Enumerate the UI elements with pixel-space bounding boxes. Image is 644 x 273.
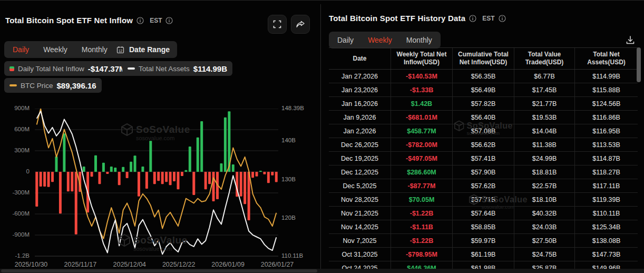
chart-plot[interactable] (35, 109, 278, 257)
value-cell: $61.19B (452, 248, 514, 261)
date-cell: Jan 27,2026 (329, 70, 391, 83)
x-axis-tick: 2025/12/22 (162, 261, 196, 268)
value-cell: $56.35B (452, 70, 514, 83)
value-cell: $113.53B (574, 138, 638, 151)
table-row[interactable]: Jan 9,2026-$681.01M$56.40B$19.53B$116.86… (329, 111, 638, 124)
info-icon[interactable] (469, 15, 476, 22)
value-cell: $118.27B (574, 165, 638, 179)
date-range-button[interactable]: 12 Date Range (109, 41, 177, 58)
share-button[interactable] (291, 15, 310, 34)
value-cell: $24.03B (514, 220, 574, 233)
table-tab-daily[interactable]: Daily (337, 36, 354, 44)
chart-tab-daily[interactable]: Daily (13, 45, 29, 54)
right-axis-tick: 120B (281, 214, 296, 221)
combo-chart[interactable]: 900M600M300M0-300M-600M-900M-1.2B148.39B… (0, 103, 320, 273)
right-axis-tick: 148.39B (281, 105, 304, 111)
legend-daily-inflow[interactable]: Daily Total Net Inflow -$147.37M (4, 61, 131, 76)
panel-divider (320, 4, 321, 269)
value-cell: $57.08B (452, 124, 514, 138)
table-tab-monthly[interactable]: Monthly (406, 36, 432, 44)
value-cell: -$140.53M (391, 70, 452, 83)
value-cell: $56.40B (452, 111, 514, 124)
y-axis-tick: -1.2B (0, 252, 30, 259)
value-cell: $17.45B (514, 83, 574, 96)
horizontal-scrollbar-thumb[interactable] (1, 269, 317, 272)
timezone-label: EST (482, 15, 494, 22)
value-cell: $18.81B (514, 165, 574, 179)
y-axis-tick: 300M (0, 147, 30, 153)
info-icon[interactable] (499, 15, 506, 22)
value-cell: $458.77M (391, 124, 452, 138)
value-cell: $24.75B (514, 248, 574, 261)
chart-tab-weekly[interactable]: Weekly (43, 45, 67, 54)
value-cell: $147.73B (574, 248, 638, 261)
value-cell: $70.05M (391, 193, 452, 206)
date-cell: Nov 28,2025 (329, 193, 391, 206)
value-cell: $56.49B (452, 83, 514, 96)
date-cell: Nov 21,2025 (329, 207, 391, 220)
date-cell: Jan 2,2026 (329, 124, 391, 138)
x-axis-tick: 2026/01/27 (261, 261, 294, 268)
fullscreen-button[interactable] (268, 15, 287, 34)
table-row[interactable]: Jan 2,2026$458.77M$57.08B$14.04B$116.95B (329, 124, 638, 138)
value-cell: $114.99B (574, 70, 638, 83)
value-cell: $57.41B (452, 152, 514, 165)
table-row[interactable]: Nov 14,2025-$1.11B$58.85B$24.03B$125.34B (329, 220, 638, 234)
table-vertical-scrollbar[interactable] (637, 47, 641, 82)
table-row[interactable]: Jan 27,2026-$140.53M$56.35B$6.77B$114.99… (329, 70, 638, 83)
y-axis-tick: -300M (0, 189, 30, 196)
column-header: Total Value Traded(USD) (514, 48, 574, 69)
chart-panel-title: Total Bitcoin Spot ETF Net Inflow (5, 16, 133, 25)
value-cell: -$1.33B (391, 83, 452, 96)
chart-period-tabs: DailyWeeklyMonthly (4, 41, 116, 58)
date-cell: Jan 9,2026 (329, 111, 391, 124)
value-cell: $18.10B (514, 193, 574, 206)
table-row[interactable]: Jan 16,2026$1.42B$57.82B$21.77B$124.56B (329, 97, 638, 111)
x-axis-tick: 2025/11/17 (64, 261, 97, 268)
table-row[interactable]: Jan 23,2026-$1.33B$56.49B$17.45B$115.88B (329, 83, 638, 97)
value-cell: $116.86B (574, 111, 638, 124)
horizontal-scrollbar-track[interactable] (0, 269, 644, 273)
table-tab-weekly[interactable]: Weekly (368, 36, 392, 44)
inflow-swatch-icon (9, 66, 14, 71)
x-axis-tick: 2026/01/09 (211, 261, 245, 268)
history-table: DateWeekly Total Net Inflow(USD)Cumulati… (329, 47, 638, 271)
legend-btc-price[interactable]: BTC Price $89,396.16 (4, 78, 102, 93)
table-row[interactable]: Dec 12,2025$286.60M$57.90B$18.81B$118.27… (329, 165, 638, 179)
value-cell: -$1.22B (391, 234, 452, 247)
table-row[interactable]: Dec 5,2025-$87.77M$57.62B$22.57B$117.11B (329, 179, 638, 193)
info-icon[interactable] (136, 17, 144, 24)
btc-swatch-icon (9, 84, 17, 86)
value-cell: -$1.11B (391, 220, 452, 233)
column-header: Cumulative Total Net Inflow(USD) (452, 48, 514, 69)
value-cell: $119.39B (574, 193, 638, 206)
value-cell: $24.99B (514, 152, 574, 165)
table-row[interactable]: Dec 19,2025-$497.05M$57.41B$24.99B$114.8… (329, 152, 638, 165)
y-axis-tick: 0 (0, 168, 30, 174)
table-row[interactable]: Nov 28,2025$70.05M$57.71B$18.10B$119.39B (329, 193, 638, 207)
date-cell: Dec 19,2025 (329, 152, 391, 165)
chart-tab-monthly[interactable]: Monthly (82, 45, 108, 54)
table-row[interactable]: Nov 7,2025-$1.22B$59.97B$27.50B$138.08B (329, 234, 638, 248)
date-range-label: Date Range (129, 45, 170, 54)
value-cell: $138.08B (574, 234, 638, 247)
right-axis-tick: 140B (281, 137, 296, 143)
legend-net-assets[interactable]: Total Net Assets $114.99B (122, 61, 232, 76)
value-cell: $14.04B (514, 124, 574, 138)
date-cell: Nov 7,2025 (329, 234, 391, 247)
assets-swatch-icon (128, 67, 135, 70)
info-icon[interactable] (165, 17, 173, 24)
date-cell: Jan 23,2026 (329, 83, 391, 96)
history-data-panel: Total Bitcoin Spot ETF History Data EST … (323, 4, 644, 269)
table-row[interactable]: Nov 21,2025-$1.22B$57.64B$40.32B$110.11B (329, 207, 638, 220)
table-row[interactable]: Dec 26,2025-$782.00M$56.62B$11.38B$113.5… (329, 138, 638, 152)
value-cell: $286.60M (391, 165, 452, 179)
table-header-row: DateWeekly Total Net Inflow(USD)Cumulati… (329, 48, 638, 70)
download-icon[interactable] (625, 35, 636, 45)
value-cell: -$798.95M (391, 248, 452, 261)
table-row[interactable]: Oct 31,2025-$798.95M$61.19B$24.75B$147.7… (329, 248, 638, 261)
value-cell: $21.77B (514, 97, 574, 110)
etf-dashboard: Total Bitcoin Spot ETF Net Inflow EST Da… (0, 0, 644, 273)
value-cell: $117.11B (574, 179, 638, 192)
value-cell: -$87.77M (391, 179, 452, 192)
